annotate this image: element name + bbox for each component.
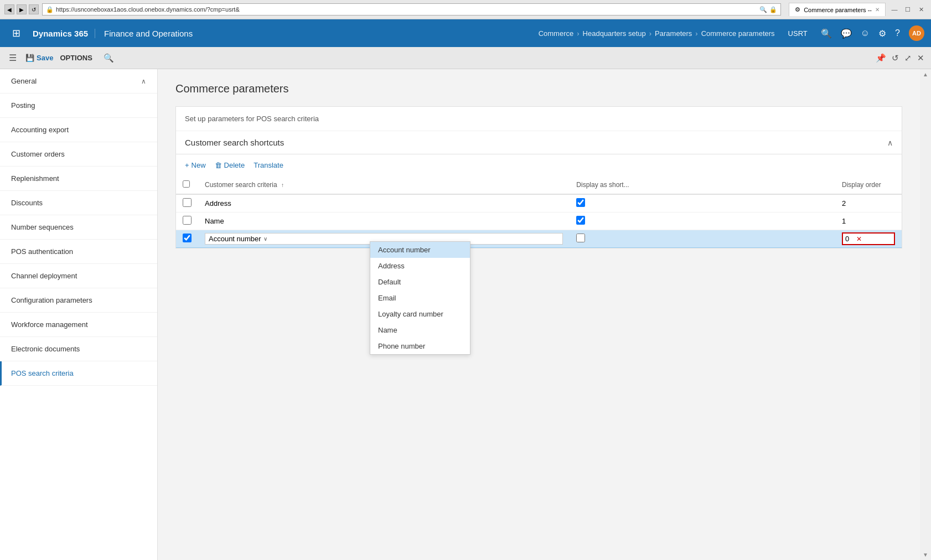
row1-display-short-checkbox[interactable] xyxy=(576,198,585,207)
general-collapse-icon[interactable]: ∧ xyxy=(141,77,146,85)
dropdown-option-address[interactable]: Address xyxy=(370,258,470,274)
dropdown-option-loyalty-card[interactable]: Loyalty card number xyxy=(370,306,470,322)
section-title: Customer search shortcuts xyxy=(185,138,284,147)
row2-checkbox-cell xyxy=(176,212,198,230)
breadcrumb-commerce-params[interactable]: Commerce parameters xyxy=(701,29,775,38)
sidebar-item-electronic-documents[interactable]: Electronic documents xyxy=(0,337,157,361)
header-tools: USRT 🔍 💬 ☺ ⚙ ? AD xyxy=(788,25,924,41)
sidebar-item-general[interactable]: General ∧ xyxy=(0,69,157,94)
row2-display-short-checkbox[interactable] xyxy=(576,216,585,225)
browser-chrome: ◀ ▶ ↺ 🔒 https://usnconeboxax1aos.cloud.o… xyxy=(0,0,931,19)
tab-label: Commerce parameters -- xyxy=(804,7,872,13)
sidebar-item-customer-orders[interactable]: Customer orders xyxy=(0,142,157,167)
row3-checkbox[interactable] xyxy=(183,234,192,242)
sidebar-item-pos-search-criteria[interactable]: POS search criteria xyxy=(0,361,157,386)
table-container: Customer search criteria ↑ Display as sh… xyxy=(176,176,902,248)
sidebar-label-configuration-parameters: Configuration parameters xyxy=(11,296,92,304)
row3-display-short-cell xyxy=(570,230,835,248)
app-module: Finance and Operations xyxy=(95,29,201,38)
save-button[interactable]: 💾 Save xyxy=(25,54,53,62)
select-all-checkbox[interactable] xyxy=(183,180,190,188)
dropdown-arrow-icon: ∨ xyxy=(263,236,267,242)
dropdown-option-email[interactable]: Email xyxy=(370,290,470,306)
sidebar-label-electronic-documents: Electronic documents xyxy=(11,345,80,353)
close-button[interactable]: ✕ xyxy=(916,4,927,15)
data-table: Customer search criteria ↑ Display as sh… xyxy=(176,176,902,248)
table-toolbar: + New 🗑 Delete Translate xyxy=(176,154,902,176)
section-header: Customer search shortcuts ∧ xyxy=(176,131,902,154)
breadcrumb-parameters[interactable]: Parameters xyxy=(655,29,692,38)
dropdown-popup: Account number Address Default Email Loy… xyxy=(370,241,470,355)
tab-close-button[interactable]: ✕ xyxy=(875,7,880,13)
breadcrumb-hq-setup[interactable]: Headquarters setup xyxy=(583,29,646,38)
translate-button[interactable]: Translate xyxy=(254,161,283,169)
refresh-icon[interactable]: ↺ xyxy=(892,53,899,63)
toolbar-right-actions: 📌 ↺ ⤢ ✕ xyxy=(876,53,924,63)
sidebar-label-pos-authentication: POS authentication xyxy=(11,247,73,256)
row1-criteria-cell: Address xyxy=(198,194,570,212)
toolbar-search-icon[interactable]: 🔍 xyxy=(104,53,114,63)
row2-display-short-cell xyxy=(570,212,835,230)
customer-shortcuts-section: Set up parameters for POS search criteri… xyxy=(175,106,902,248)
sidebar-item-replenishment[interactable]: Replenishment xyxy=(0,167,157,191)
maximize-button[interactable]: ☐ xyxy=(902,4,913,15)
sidebar-item-configuration-parameters[interactable]: Configuration parameters xyxy=(0,288,157,313)
tab-bar: ⚙ Commerce parameters -- ✕ xyxy=(789,3,886,16)
col-header-display-short: Display as short... xyxy=(570,176,835,194)
dropdown-option-default[interactable]: Default xyxy=(370,274,470,290)
options-button[interactable]: OPTIONS xyxy=(60,54,92,62)
sidebar-item-number-sequences[interactable]: Number sequences xyxy=(0,215,157,240)
new-button[interactable]: + New xyxy=(185,159,206,172)
row2-display-order-cell: 1 xyxy=(835,212,902,230)
dropdown-option-account-number[interactable]: Account number xyxy=(370,242,470,258)
smiley-icon[interactable]: ☺ xyxy=(861,28,870,38)
expand-icon[interactable]: ⤢ xyxy=(904,53,912,63)
chat-icon[interactable]: 💬 xyxy=(841,28,852,39)
minimize-button[interactable]: — xyxy=(889,4,900,15)
address-bar[interactable]: 🔒 https://usnconeboxax1aos.cloud.onebox.… xyxy=(42,3,781,15)
forward-button[interactable]: ▶ xyxy=(17,4,27,14)
user-avatar[interactable]: AD xyxy=(909,25,924,41)
sidebar-item-posting[interactable]: Posting xyxy=(0,94,157,118)
sidebar: General ∧ Posting Accounting export Cust… xyxy=(0,69,158,560)
row1-checkbox[interactable] xyxy=(183,198,192,207)
breadcrumb-commerce[interactable]: Commerce xyxy=(539,29,574,38)
main-container: General ∧ Posting Accounting export Cust… xyxy=(0,69,931,560)
row2-checkbox[interactable] xyxy=(183,216,192,225)
page-title: Commerce parameters xyxy=(175,82,902,95)
col-criteria-label: Customer search criteria xyxy=(205,181,277,189)
sidebar-item-channel-deployment[interactable]: Channel deployment xyxy=(0,264,157,288)
row1-display-order-cell: 2 xyxy=(835,194,902,212)
refresh-button[interactable]: ↺ xyxy=(29,4,39,14)
delete-button[interactable]: 🗑 Delete xyxy=(215,159,245,172)
url-text: https://usnconeboxax1aos.cloud.onebox.dy… xyxy=(56,6,757,13)
sort-icon[interactable]: ↑ xyxy=(281,182,284,188)
dropdown-option-phone-number[interactable]: Phone number xyxy=(370,338,470,354)
order-clear-button[interactable]: ✕ xyxy=(856,235,862,243)
row1-criteria-value: Address xyxy=(205,199,231,208)
sidebar-item-discounts[interactable]: Discounts xyxy=(0,191,157,215)
pin-icon[interactable]: 📌 xyxy=(876,53,886,63)
scroll-up-arrow[interactable]: ▲ xyxy=(923,71,928,77)
settings-icon[interactable]: ⚙ xyxy=(878,28,886,39)
row2-display-order-value: 1 xyxy=(842,217,846,225)
sidebar-item-pos-authentication[interactable]: POS authentication xyxy=(0,240,157,264)
sidebar-label-workforce-management: Workforce management xyxy=(11,320,88,329)
window-controls: — ☐ ✕ xyxy=(889,4,927,15)
toolbar-menu-button[interactable]: ☰ xyxy=(7,50,19,65)
help-icon[interactable]: ? xyxy=(895,28,900,38)
row2-criteria-cell: Name xyxy=(198,212,570,230)
app-menu-button[interactable]: ⊞ xyxy=(7,27,26,39)
browser-tab[interactable]: ⚙ Commerce parameters -- ✕ xyxy=(789,3,886,16)
toolbar-close-icon[interactable]: ✕ xyxy=(917,53,924,63)
sidebar-item-accounting-export[interactable]: Accounting export xyxy=(0,118,157,142)
sidebar-item-workforce-management[interactable]: Workforce management xyxy=(0,313,157,337)
search-header-icon[interactable]: 🔍 xyxy=(821,28,832,39)
scroll-down-arrow[interactable]: ▼ xyxy=(923,552,928,558)
row3-display-short-checkbox[interactable] xyxy=(576,234,585,242)
breadcrumb: Commerce › Headquarters setup › Paramete… xyxy=(539,29,775,38)
dropdown-option-name[interactable]: Name xyxy=(370,322,470,338)
back-button[interactable]: ◀ xyxy=(4,4,14,14)
sidebar-label-pos-search-criteria: POS search criteria xyxy=(11,369,74,377)
section-collapse-button[interactable]: ∧ xyxy=(887,138,893,147)
